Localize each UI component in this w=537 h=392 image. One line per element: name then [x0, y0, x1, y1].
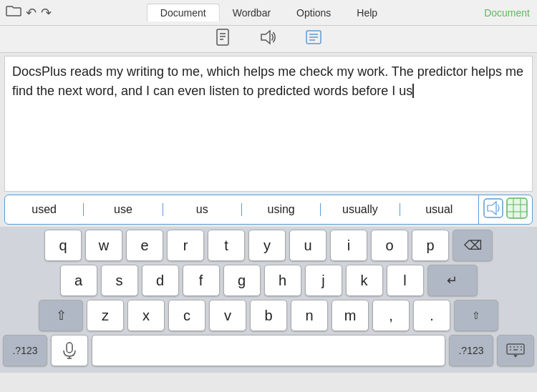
pred-word-0[interactable]: used — [5, 203, 84, 216]
folder-icon[interactable] — [6, 4, 21, 21]
key-x[interactable]: x — [127, 300, 165, 331]
document-toolbar-icon[interactable] — [215, 29, 231, 49]
pred-word-5[interactable]: usual — [400, 203, 478, 216]
key-h[interactable]: h — [264, 265, 301, 296]
key-shift-left[interactable]: ⇧ — [39, 300, 83, 331]
pred-word-3[interactable]: using — [242, 203, 321, 216]
keyboard-row-3: ⇧ z x c v b n m , . ⇧ — [3, 300, 534, 331]
key-backspace[interactable]: ⌫ — [453, 230, 493, 261]
key-mic[interactable] — [51, 335, 88, 366]
key-m[interactable]: m — [332, 300, 369, 331]
key-v[interactable]: v — [209, 300, 246, 331]
keyboard-row-4: .?123 .?123 — [3, 335, 534, 366]
tab-help[interactable]: Help — [344, 4, 390, 21]
svg-marker-4 — [261, 31, 270, 44]
key-b[interactable]: b — [250, 300, 287, 331]
key-a[interactable]: a — [60, 265, 97, 296]
keyboard: q w e r t y u i o p ⌫ a s d f g h j k l … — [0, 227, 537, 373]
key-w[interactable]: w — [85, 230, 122, 261]
key-enter[interactable]: ↵ — [427, 265, 478, 296]
prediction-bar: used use us using usually usual — [4, 195, 533, 225]
key-c[interactable]: c — [168, 300, 205, 331]
key-d[interactable]: d — [142, 265, 179, 296]
key-numbers-left[interactable]: .?123 — [3, 335, 47, 366]
key-n[interactable]: n — [291, 300, 328, 331]
prediction-speaker-icon[interactable] — [483, 198, 503, 221]
prediction-words: used use us using usually usual — [5, 203, 478, 216]
keyboard-row-2: a s d f g h j k l ↵ — [3, 265, 534, 296]
key-i[interactable]: i — [330, 230, 367, 261]
svg-rect-19 — [507, 344, 524, 354]
toolbar — [0, 26, 537, 53]
pred-word-1[interactable]: use — [84, 203, 163, 216]
text-cursor — [412, 84, 414, 98]
key-period[interactable]: . — [413, 300, 450, 331]
svg-marker-27 — [513, 355, 518, 358]
svg-rect-16 — [67, 343, 72, 353]
key-f[interactable]: f — [183, 265, 220, 296]
svg-rect-9 — [484, 199, 503, 217]
key-k[interactable]: k — [346, 265, 383, 296]
key-space[interactable] — [92, 335, 445, 366]
keyboard-row-1: q w e r t y u i o p ⌫ — [3, 230, 534, 261]
menu-right-label: Document — [484, 7, 530, 19]
tab-options[interactable]: Options — [284, 4, 344, 21]
key-l[interactable]: l — [387, 265, 424, 296]
key-keyboard-hide[interactable] — [497, 335, 534, 366]
prediction-grid-icon[interactable] — [506, 197, 528, 222]
tab-document[interactable]: Document — [147, 4, 220, 21]
svg-rect-11 — [507, 198, 527, 218]
key-shift-right[interactable]: ⇧ — [454, 300, 498, 331]
menu-tabs: Document Wordbar Options Help — [147, 4, 390, 21]
key-o[interactable]: o — [371, 230, 408, 261]
key-z[interactable]: z — [87, 300, 124, 331]
key-g[interactable]: g — [223, 265, 261, 296]
key-p[interactable]: p — [412, 230, 449, 261]
speaker-toolbar-icon[interactable] — [259, 29, 276, 49]
menu-left: ↶ ↷ — [6, 4, 52, 21]
menu-bar: ↶ ↷ Document Wordbar Options Help Docume… — [0, 0, 537, 26]
undo-icon[interactable]: ↶ — [26, 5, 37, 21]
key-numbers-right[interactable]: .?123 — [449, 335, 493, 366]
document-text: DocsPlus reads my writing to me, which h… — [12, 64, 523, 98]
key-e[interactable]: e — [126, 230, 163, 261]
pred-word-2[interactable]: us — [163, 203, 242, 216]
list-toolbar-icon[interactable] — [305, 29, 322, 49]
document-area[interactable]: DocsPlus reads my writing to me, which h… — [4, 56, 533, 192]
prediction-icons — [478, 195, 532, 224]
key-q[interactable]: q — [44, 230, 82, 261]
key-y[interactable]: y — [248, 230, 286, 261]
key-r[interactable]: r — [167, 230, 204, 261]
redo-icon[interactable]: ↷ — [41, 5, 52, 21]
svg-rect-0 — [217, 29, 228, 45]
key-t[interactable]: t — [208, 230, 245, 261]
key-comma[interactable]: , — [372, 300, 410, 331]
key-u[interactable]: u — [289, 230, 326, 261]
key-s[interactable]: s — [101, 265, 138, 296]
pred-word-4[interactable]: usually — [321, 203, 400, 216]
tab-wordbar[interactable]: Wordbar — [220, 4, 284, 21]
key-j[interactable]: j — [305, 265, 342, 296]
